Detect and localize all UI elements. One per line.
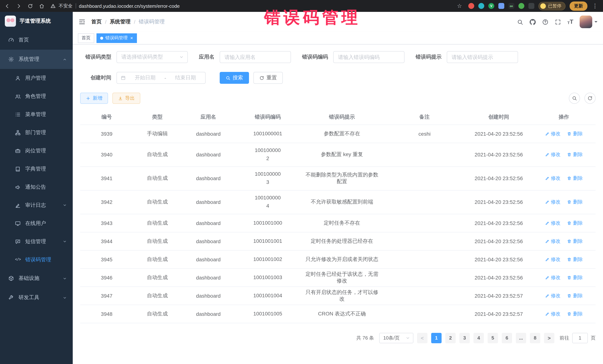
sidebar-item-infrastructure[interactable]: 基础设施 bbox=[0, 269, 73, 288]
github-icon[interactable] bbox=[530, 19, 536, 25]
extension-pin-icon[interactable] bbox=[528, 3, 534, 9]
sidebar-item-roles[interactable]: 角色管理 bbox=[0, 87, 73, 105]
delete-link[interactable]: 删除 bbox=[567, 256, 583, 263]
next-page-button[interactable]: > bbox=[544, 333, 554, 343]
edit-link[interactable]: 修改 bbox=[545, 310, 560, 317]
delete-link[interactable]: 删除 bbox=[567, 220, 583, 226]
toggle-search-button[interactable] bbox=[569, 93, 580, 104]
sidebar-item-menus[interactable]: 菜单管理 bbox=[0, 105, 73, 123]
font-size-icon[interactable]: TT bbox=[567, 19, 573, 25]
home-icon[interactable] bbox=[39, 3, 45, 9]
sidebar-item-dict[interactable]: 字典管理 bbox=[0, 160, 73, 178]
user-menu[interactable] bbox=[580, 16, 597, 28]
goto-suffix: 页 bbox=[591, 334, 596, 341]
edit-link[interactable]: 修改 bbox=[545, 292, 560, 299]
export-button[interactable]: 导出 bbox=[112, 93, 140, 104]
table-row: 3941 自动生成 dashboard 100100000 3 不能删除类型为系… bbox=[80, 166, 596, 190]
help-icon[interactable] bbox=[542, 19, 548, 25]
edit-link[interactable]: 修改 bbox=[545, 130, 560, 137]
app-name-input[interactable] bbox=[220, 51, 291, 63]
delete-link[interactable]: 删除 bbox=[567, 130, 583, 137]
edit-link[interactable]: 修改 bbox=[545, 199, 560, 205]
tab-error-code[interactable]: 错误码管理 × bbox=[96, 33, 137, 43]
sidebar-item-home[interactable]: 首页 bbox=[0, 30, 73, 50]
refresh-button[interactable] bbox=[584, 93, 596, 104]
edit-link[interactable]: 修改 bbox=[545, 238, 560, 244]
error-message-input[interactable] bbox=[447, 51, 518, 63]
security-label[interactable]: 不安全 bbox=[59, 3, 72, 9]
page-button-1[interactable]: 1 bbox=[431, 333, 441, 343]
page-ellipsis-button[interactable]: ... bbox=[516, 333, 526, 343]
edit-link[interactable]: 修改 bbox=[545, 151, 560, 158]
reset-button[interactable]: 重置 bbox=[254, 72, 283, 84]
page-button-4[interactable]: 4 bbox=[474, 333, 484, 343]
date-range-picker[interactable]: 开始日期 - 结束日期 bbox=[116, 72, 206, 84]
sidebar-item-users[interactable]: 用户管理 bbox=[0, 69, 73, 87]
sidebar-item-notice[interactable]: 通知公告 bbox=[0, 178, 73, 196]
delete-link[interactable]: 删除 bbox=[567, 292, 583, 299]
sidebar-item-error-code[interactable]: </> 错误码管理 bbox=[0, 251, 73, 269]
page-size-value: 10条/页 bbox=[383, 334, 400, 341]
edit-link[interactable]: 修改 bbox=[545, 256, 560, 263]
bookmark-star-icon[interactable]: ☆ bbox=[457, 3, 462, 9]
breadcrumb-home[interactable]: 首页 bbox=[91, 19, 102, 25]
delete-link[interactable]: 删除 bbox=[567, 199, 583, 205]
cell-operations: 修改 删除 bbox=[532, 250, 596, 268]
extension-on-icon[interactable]: on bbox=[508, 3, 514, 9]
browser-menu-icon[interactable]: ⋮ bbox=[591, 3, 599, 9]
extension-red-icon[interactable] bbox=[468, 3, 474, 9]
filter-row-1: 错误码类型 请选择错误码类型 应用名 错误码编码 bbox=[80, 51, 596, 63]
goto-page-input[interactable] bbox=[572, 333, 588, 343]
tab-home[interactable]: 首页 bbox=[78, 33, 94, 43]
sidebar-item-sms[interactable]: 短信管理 bbox=[0, 232, 73, 251]
delete-link[interactable]: 删除 bbox=[567, 175, 583, 182]
url-text[interactable]: dashboard.yudao.iocoder.cn/system/error-… bbox=[79, 3, 180, 9]
cell-app: dashboard bbox=[181, 232, 235, 250]
cell-time: 2021-04-20 23:52:56 bbox=[465, 143, 532, 166]
sidebar-item-online-users[interactable]: 在线用户 bbox=[0, 214, 73, 232]
error-code-input[interactable] bbox=[333, 51, 405, 63]
page-size-select[interactable]: 10条/页 bbox=[379, 333, 413, 343]
sidebar-item-posts[interactable]: 岗位管理 bbox=[0, 142, 73, 160]
forward-icon[interactable] bbox=[16, 3, 22, 9]
delete-link[interactable]: 删除 bbox=[567, 274, 583, 281]
hamburger-icon[interactable] bbox=[78, 18, 86, 26]
prev-page-button[interactable]: < bbox=[417, 333, 428, 343]
omnibox[interactable]: 不安全 dashboard.yudao.iocoder.cn/system/er… bbox=[50, 3, 457, 9]
page-button-5[interactable]: 5 bbox=[487, 333, 498, 343]
cell-code: 1001000001 bbox=[235, 124, 300, 143]
breadcrumb-system[interactable]: 系统管理 bbox=[110, 19, 131, 25]
page-button-8[interactable]: 8 bbox=[530, 333, 540, 343]
extension-grid-icon[interactable] bbox=[498, 3, 504, 9]
cell-operations: 修改 删除 bbox=[532, 232, 596, 250]
profile-paused-badge[interactable]: 已暂停 bbox=[538, 2, 566, 10]
add-button[interactable]: 新增 bbox=[80, 93, 108, 104]
extension-leaf-icon[interactable] bbox=[518, 3, 524, 9]
delete-link[interactable]: 删除 bbox=[567, 151, 583, 158]
sidebar-item-audit-log[interactable]: 审计日志 bbox=[0, 196, 73, 214]
page-button-3[interactable]: 3 bbox=[459, 333, 470, 343]
app-frame: 芋道管理系统 首页 系统管理 用户管理 bbox=[0, 12, 603, 364]
fullscreen-icon[interactable] bbox=[555, 19, 561, 25]
app-logo-row[interactable]: 芋道管理系统 bbox=[0, 12, 73, 30]
browser-update-button[interactable]: 更新 bbox=[570, 1, 587, 11]
sidebar-item-system[interactable]: 系统管理 bbox=[0, 50, 73, 69]
search-icon[interactable] bbox=[517, 19, 523, 25]
extension-teal-icon[interactable] bbox=[478, 3, 484, 9]
sidebar-item-devtools[interactable]: 研发工具 bbox=[0, 288, 73, 307]
reload-icon[interactable] bbox=[27, 3, 33, 9]
cell-message: 不能删除类型为系统内置的参数配置 bbox=[300, 166, 384, 190]
page-button-6[interactable]: 6 bbox=[502, 333, 512, 343]
error-type-select[interactable]: 请选择错误码类型 bbox=[116, 51, 188, 63]
edit-link[interactable]: 修改 bbox=[545, 220, 560, 226]
sidebar-item-departments[interactable]: 部门管理 bbox=[0, 123, 73, 142]
back-icon[interactable] bbox=[4, 3, 10, 9]
edit-link[interactable]: 修改 bbox=[545, 175, 560, 182]
delete-link[interactable]: 删除 bbox=[567, 310, 583, 317]
page-button-2[interactable]: 2 bbox=[445, 333, 456, 343]
extension-v-icon[interactable]: V bbox=[488, 3, 494, 9]
close-icon[interactable]: × bbox=[130, 36, 133, 40]
edit-link[interactable]: 修改 bbox=[545, 274, 560, 281]
search-button[interactable]: 搜索 bbox=[220, 72, 249, 84]
delete-link[interactable]: 删除 bbox=[567, 238, 583, 244]
